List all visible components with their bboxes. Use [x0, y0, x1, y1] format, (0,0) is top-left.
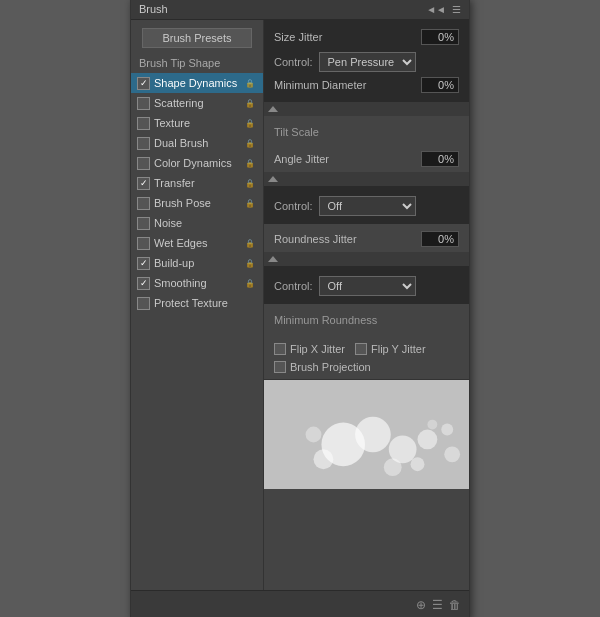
brush-projection-label: Brush Projection: [290, 361, 371, 373]
item-label-protect-texture: Protect Texture: [154, 297, 255, 309]
control2-section: Control: Off Fade Pen Pressure: [264, 186, 469, 224]
triangle-up-icon: [268, 106, 278, 112]
checkbox-brush-pose[interactable]: [137, 197, 150, 210]
min-roundness-label: Minimum Roundness: [274, 310, 459, 328]
lock-icon-scattering: 🔒: [245, 99, 255, 108]
sidebar-item-color-dynamics[interactable]: Color Dynamics🔒: [131, 153, 263, 173]
angle-jitter-value: 0%: [421, 151, 459, 167]
sidebar-items-container: ✓Shape Dynamics🔒Scattering🔒Texture🔒Dual …: [131, 73, 263, 313]
flip-y-checkbox[interactable]: [355, 343, 367, 355]
sidebar-item-build-up[interactable]: ✓Build-up🔒: [131, 253, 263, 273]
brush-tip-shape-label: Brush Tip Shape: [131, 54, 263, 73]
flip-y-item: Flip Y Jitter: [355, 343, 426, 355]
flip-y-label: Flip Y Jitter: [371, 343, 426, 355]
sidebar-item-transfer[interactable]: ✓Transfer🔒: [131, 173, 263, 193]
sidebar-item-texture[interactable]: Texture🔒: [131, 113, 263, 133]
svg-point-9: [427, 420, 437, 430]
brush-projection-item: Brush Projection: [274, 361, 459, 373]
control1-label: Control:: [274, 56, 313, 68]
sidebar-item-shape-dynamics[interactable]: ✓Shape Dynamics🔒: [131, 73, 263, 93]
item-label-smoothing: Smoothing: [154, 277, 243, 289]
item-label-texture: Texture: [154, 117, 243, 129]
roundness-jitter-value: 0%: [421, 231, 459, 247]
flip-row: Flip X Jitter Flip Y Jitter: [274, 340, 459, 358]
item-label-wet-edges: Wet Edges: [154, 237, 243, 249]
checkbox-noise[interactable]: [137, 217, 150, 230]
angle-jitter-row: Angle Jitter 0%: [274, 148, 459, 170]
checkbox-transfer[interactable]: ✓: [137, 177, 150, 190]
new-brush-icon[interactable]: ⊕: [416, 598, 426, 612]
control3-label: Control:: [274, 280, 313, 292]
checkbox-dual-brush[interactable]: [137, 137, 150, 150]
brush-panel: Brush ◄◄ ☰ Brush Presets Brush Tip Shape…: [130, 0, 470, 617]
control2-label: Control:: [274, 200, 313, 212]
lock-icon-smoothing: 🔒: [245, 279, 255, 288]
sidebar-item-smoothing[interactable]: ✓Smoothing🔒: [131, 273, 263, 293]
bottom-toolbar: ⊕ ☰ 🗑: [131, 590, 469, 617]
item-label-scattering: Scattering: [154, 97, 243, 109]
flip-x-checkbox[interactable]: [274, 343, 286, 355]
checkbox-wet-edges[interactable]: [137, 237, 150, 250]
control1-select[interactable]: Pen Pressure Off Fade Pen Tilt: [319, 52, 416, 72]
item-label-transfer: Transfer: [154, 177, 243, 189]
roundness-jitter-label: Roundness Jitter: [274, 233, 357, 245]
control2-select[interactable]: Off Fade Pen Pressure: [319, 196, 416, 216]
delete-brush-icon[interactable]: 🗑: [449, 598, 461, 612]
triangle-up-icon2: [268, 176, 278, 182]
brush-projection-checkbox[interactable]: [274, 361, 286, 373]
min-diameter-value: 0%: [421, 77, 459, 93]
flip-x-label: Flip X Jitter: [290, 343, 345, 355]
angle-jitter-section: Angle Jitter 0%: [264, 146, 469, 172]
checkbox-build-up[interactable]: ✓: [137, 257, 150, 270]
sidebar-item-wet-edges[interactable]: Wet Edges🔒: [131, 233, 263, 253]
brush-presets-button[interactable]: Brush Presets: [142, 28, 252, 48]
control2-row: Control: Off Fade Pen Pressure: [274, 192, 459, 218]
sidebar-item-protect-texture[interactable]: Protect Texture: [131, 293, 263, 313]
triangle-up-icon3: [268, 256, 278, 262]
svg-point-1: [355, 417, 391, 453]
size-jitter-label: Size Jitter: [274, 31, 322, 43]
item-label-dual-brush: Dual Brush: [154, 137, 243, 149]
svg-point-6: [411, 457, 425, 471]
control3-select[interactable]: Off Fade Pen Pressure: [319, 276, 416, 296]
checkbox-smoothing[interactable]: ✓: [137, 277, 150, 290]
control3-row: Control: Off Fade Pen Pressure: [274, 272, 459, 298]
checkbox-shape-dynamics[interactable]: ✓: [137, 77, 150, 90]
roundness-jitter-row: Roundness Jitter 0%: [274, 228, 459, 250]
checkbox-protect-texture[interactable]: [137, 297, 150, 310]
menu-icon[interactable]: ☰: [452, 4, 461, 15]
checkbox-scattering[interactable]: [137, 97, 150, 110]
titlebar-icons: ◄◄ ☰: [426, 4, 461, 15]
panel-content: Brush Presets Brush Tip Shape ✓Shape Dyn…: [131, 20, 469, 590]
sidebar-item-noise[interactable]: Noise: [131, 213, 263, 233]
lock-icon-build-up: 🔒: [245, 259, 255, 268]
lock-icon-dual-brush: 🔒: [245, 139, 255, 148]
lock-icon-brush-pose: 🔒: [245, 199, 255, 208]
item-label-color-dynamics: Color Dynamics: [154, 157, 243, 169]
svg-point-5: [444, 446, 460, 462]
checkbox-color-dynamics[interactable]: [137, 157, 150, 170]
sidebar: Brush Presets Brush Tip Shape ✓Shape Dyn…: [131, 20, 264, 590]
panel-titlebar: Brush ◄◄ ☰: [131, 0, 469, 20]
preview-area: [264, 379, 469, 489]
lock-icon-transfer: 🔒: [245, 179, 255, 188]
item-label-build-up: Build-up: [154, 257, 243, 269]
min-roundness-section: Minimum Roundness: [264, 304, 469, 334]
control3-section: Control: Off Fade Pen Pressure: [264, 266, 469, 304]
collapse-icon[interactable]: ◄◄: [426, 4, 446, 15]
size-jitter-row: Size Jitter 0%: [274, 26, 459, 48]
brush-options-icon[interactable]: ☰: [432, 598, 443, 612]
tilt-scale-label: Tilt Scale: [274, 122, 459, 140]
divider2[interactable]: [264, 172, 469, 186]
divider1[interactable]: [264, 102, 469, 116]
sidebar-item-dual-brush[interactable]: Dual Brush🔒: [131, 133, 263, 153]
lock-icon-shape-dynamics: 🔒: [245, 79, 255, 88]
sidebar-item-scattering[interactable]: Scattering🔒: [131, 93, 263, 113]
min-diameter-row: Minimum Diameter 0%: [274, 74, 459, 96]
sidebar-item-brush-pose[interactable]: Brush Pose🔒: [131, 193, 263, 213]
checkbox-texture[interactable]: [137, 117, 150, 130]
item-label-shape-dynamics: Shape Dynamics: [154, 77, 243, 89]
divider3[interactable]: [264, 252, 469, 266]
tilt-scale-section: Tilt Scale: [264, 116, 469, 146]
item-label-noise: Noise: [154, 217, 255, 229]
